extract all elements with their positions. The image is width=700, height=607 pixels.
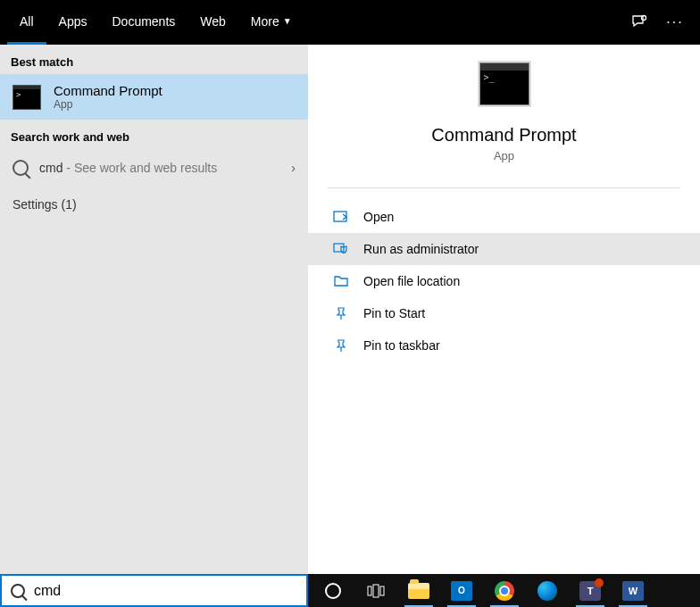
- action-open-label: Open: [363, 210, 394, 224]
- search-filter-tabs: All Apps Documents Web More ▼ ···: [0, 0, 700, 45]
- divider: [328, 187, 680, 188]
- svg-point-0: [642, 16, 646, 21]
- action-pin-start-label: Pin to Start: [363, 306, 425, 320]
- cortana-icon: [325, 583, 341, 599]
- web-result-text: cmd - See work and web results: [39, 161, 280, 175]
- more-options-icon[interactable]: ···: [657, 0, 693, 45]
- preview-panel: Command Prompt App Open Run as administr…: [308, 45, 700, 574]
- svg-rect-2: [334, 244, 344, 252]
- svg-rect-4: [373, 585, 379, 597]
- edge-icon: [538, 581, 557, 601]
- svg-rect-3: [368, 586, 371, 595]
- action-run-as-administrator[interactable]: Run as administrator: [308, 233, 700, 265]
- tab-documents[interactable]: Documents: [99, 0, 188, 45]
- task-view-icon: [367, 584, 385, 598]
- action-open[interactable]: Open: [308, 201, 700, 233]
- best-match-subtitle: App: [54, 98, 162, 111]
- chrome-icon: [495, 581, 514, 601]
- svg-rect-1: [334, 212, 346, 221]
- word-icon: W: [622, 581, 644, 601]
- feedback-icon[interactable]: [621, 0, 657, 45]
- outlook-icon: O: [451, 581, 472, 601]
- chevron-down-icon: ▼: [283, 16, 292, 26]
- tab-all[interactable]: All: [7, 0, 46, 45]
- preview-subtitle: App: [494, 149, 514, 162]
- pin-icon: [333, 339, 349, 352]
- preview-title: Command Prompt: [431, 125, 576, 146]
- search-box[interactable]: [0, 574, 308, 607]
- taskbar-file-explorer[interactable]: [399, 574, 438, 607]
- work-web-header: Search work and web: [0, 120, 308, 149]
- task-view-button[interactable]: [356, 574, 396, 607]
- best-match-header: Best match: [0, 45, 308, 74]
- taskbar-edge[interactable]: [528, 574, 567, 607]
- teams-icon: T: [579, 581, 601, 601]
- search-icon: [12, 160, 29, 176]
- svg-rect-5: [380, 586, 384, 595]
- settings-results[interactable]: Settings (1): [0, 187, 308, 222]
- taskbar-outlook[interactable]: O: [442, 574, 481, 607]
- results-panel: Best match Command Prompt App Search wor…: [0, 45, 308, 574]
- tab-more-label: More: [251, 14, 279, 29]
- tab-more[interactable]: More ▼: [238, 0, 304, 45]
- action-open-file-location[interactable]: Open file location: [308, 265, 700, 297]
- action-open-location-label: Open file location: [363, 274, 460, 288]
- web-search-result[interactable]: cmd - See work and web results ›: [0, 149, 308, 187]
- taskbar-word[interactable]: W: [613, 574, 653, 607]
- action-run-admin-label: Run as administrator: [363, 242, 479, 256]
- tab-web[interactable]: Web: [188, 0, 238, 45]
- cortana-button[interactable]: [313, 574, 353, 607]
- action-pin-to-taskbar[interactable]: Pin to taskbar: [308, 329, 700, 362]
- search-input[interactable]: [34, 583, 297, 599]
- pin-icon: [333, 307, 349, 320]
- admin-shield-icon: [333, 243, 349, 255]
- folder-icon: [333, 275, 349, 287]
- open-icon: [333, 211, 349, 223]
- action-pin-to-start[interactable]: Pin to Start: [308, 297, 700, 329]
- file-explorer-icon: [408, 583, 429, 599]
- best-match-result[interactable]: Command Prompt App: [0, 74, 308, 120]
- tab-apps[interactable]: Apps: [46, 0, 100, 45]
- action-pin-taskbar-label: Pin to taskbar: [363, 338, 440, 353]
- notification-badge: [595, 578, 604, 587]
- command-prompt-icon: [12, 85, 41, 110]
- taskbar-teams[interactable]: T: [571, 574, 610, 607]
- taskbar: O T W: [308, 574, 700, 607]
- command-prompt-icon-large: [479, 62, 529, 105]
- best-match-title: Command Prompt: [54, 83, 162, 98]
- search-icon: [11, 584, 25, 598]
- taskbar-chrome[interactable]: [485, 574, 524, 607]
- actions-list: Open Run as administrator Open file loca…: [308, 201, 700, 362]
- chevron-right-icon: ›: [291, 161, 296, 175]
